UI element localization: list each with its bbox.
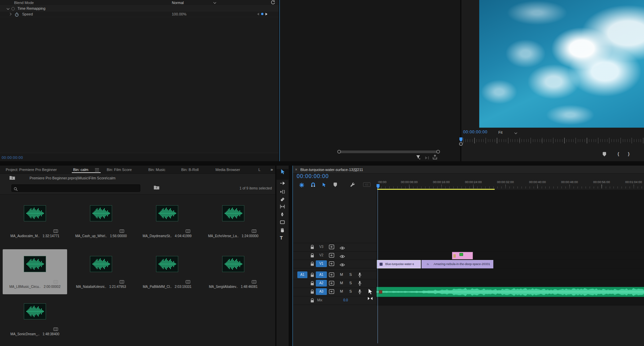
project-item[interactable]: MA_LBMusic_Circu..2:00:00002 bbox=[3, 249, 67, 294]
close-icon[interactable]: × bbox=[295, 167, 297, 172]
track-lock-icon[interactable] bbox=[310, 272, 314, 278]
zoom-level-select[interactable]: Fit bbox=[498, 130, 502, 134]
collapse-chevron-icon[interactable] bbox=[7, 7, 9, 10]
item-preview-badge[interactable] bbox=[119, 279, 124, 285]
previous-keyframe-icon[interactable] bbox=[257, 13, 259, 15]
linked-selection-icon[interactable] bbox=[322, 182, 327, 189]
item-preview-badge[interactable] bbox=[53, 228, 58, 234]
chevron-down-icon[interactable] bbox=[213, 1, 216, 4]
tab-bin-film-score[interactable]: Bin: Film Score bbox=[107, 168, 132, 172]
track-lock-icon[interactable] bbox=[310, 281, 314, 287]
sync-lock-icon[interactable] bbox=[329, 261, 334, 267]
sync-lock-icon[interactable] bbox=[329, 281, 334, 287]
program-scrubber-knob[interactable] bbox=[459, 142, 463, 146]
tab-overflow-chevron[interactable]: » bbox=[270, 167, 273, 172]
track-target-v2[interactable]: V2 bbox=[316, 252, 327, 259]
item-preview-badge[interactable] bbox=[186, 279, 190, 285]
item-preview-badge[interactable] bbox=[186, 228, 190, 234]
toggle-track-output-eye-icon[interactable] bbox=[340, 262, 345, 268]
graphic-clip[interactable] bbox=[452, 252, 473, 259]
audio-clip[interactable] bbox=[377, 287, 644, 297]
bin-up-folder-icon[interactable] bbox=[9, 175, 15, 181]
panel-menu-icon[interactable] bbox=[353, 168, 357, 171]
chevron-down-icon[interactable] bbox=[514, 131, 517, 134]
speed-value[interactable]: 100.00% bbox=[172, 12, 186, 16]
selection-tool[interactable] bbox=[277, 169, 289, 180]
project-item[interactable]: MA_Audiocalm_M..1:32:14771 bbox=[3, 199, 67, 244]
scrollbar-handle-right[interactable] bbox=[436, 150, 440, 154]
tab-media-browser[interactable]: Media Browser bbox=[215, 168, 240, 172]
sync-lock-icon[interactable] bbox=[329, 272, 334, 278]
sync-lock-icon[interactable] bbox=[329, 245, 334, 251]
track-target-v3[interactable]: V3 bbox=[316, 244, 327, 250]
project-item[interactable]: MA_PaBlikMM_Cl..2:03:19331 bbox=[135, 249, 199, 294]
track-lock-icon[interactable] bbox=[310, 261, 314, 267]
item-preview-badge[interactable] bbox=[119, 228, 124, 234]
mix-level-value[interactable]: 0.0 bbox=[343, 298, 348, 302]
source-patch-a1[interactable]: A1 bbox=[297, 271, 307, 278]
mute-track-button[interactable]: M bbox=[340, 272, 343, 276]
solo-track-button[interactable]: S bbox=[349, 281, 352, 285]
type-tool[interactable]: T bbox=[280, 235, 286, 242]
project-item[interactable]: MA_NataliaKolesni..1:21:47953 bbox=[69, 249, 133, 294]
voiceover-record-mic-icon[interactable] bbox=[358, 281, 361, 287]
sync-lock-icon[interactable] bbox=[329, 253, 334, 259]
track-target-v1[interactable]: V1 bbox=[316, 260, 327, 267]
toggle-track-output-eye-icon[interactable] bbox=[340, 254, 345, 260]
video-clip-amazing-nebula[interactable]: fx Amazing-nebula-in-the-deep-space-2033… bbox=[422, 260, 493, 268]
track-target-a2[interactable]: A2 bbox=[316, 280, 327, 287]
mute-track-button[interactable]: M bbox=[340, 289, 343, 293]
mark-out-icon[interactable]: } bbox=[628, 151, 630, 156]
ripple-edit-tool[interactable] bbox=[280, 189, 286, 196]
mute-track-button[interactable]: M bbox=[340, 281, 343, 285]
tab-bin-b-roll[interactable]: Bin: B-Roll bbox=[181, 168, 199, 172]
program-timecode[interactable]: 00:00:00:00 bbox=[463, 130, 488, 134]
new-bin-folder-icon[interactable] bbox=[154, 185, 159, 191]
snap-magnet-icon[interactable] bbox=[311, 182, 315, 188]
timeline-ruler[interactable]: :00:0000:00:08:0000:00:16:0000:00:24:000… bbox=[377, 180, 644, 184]
hand-tool[interactable] bbox=[280, 228, 286, 234]
solo-track-button[interactable]: S bbox=[349, 289, 352, 293]
track-lock-icon[interactable] bbox=[310, 289, 314, 295]
toggle-track-output-eye-icon[interactable] bbox=[340, 245, 345, 251]
item-preview-badge[interactable] bbox=[53, 326, 58, 332]
tab-project-premiere-pro-beginner[interactable]: Project: Premiere Pro Beginner bbox=[6, 168, 57, 172]
slip-tool[interactable] bbox=[280, 204, 286, 210]
play-only-audio-icon[interactable] bbox=[425, 155, 429, 161]
project-item[interactable]: MA_SonicDream_..1:48:38400 bbox=[3, 297, 67, 342]
tab-bin-calm[interactable]: Bin: calm bbox=[73, 168, 88, 172]
tab-bin-music[interactable]: Bin: Music bbox=[148, 168, 165, 172]
ec-timecode[interactable]: 00:00:00:00 bbox=[2, 156, 23, 160]
blend-mode-select[interactable]: Normal bbox=[172, 1, 184, 5]
track-lock-icon[interactable] bbox=[310, 298, 314, 304]
add-marker-icon[interactable] bbox=[333, 182, 337, 188]
add-marker-icon[interactable] bbox=[602, 152, 606, 158]
work-area-bar[interactable] bbox=[377, 189, 495, 190]
next-keyframe-icon[interactable] bbox=[265, 13, 267, 15]
track-lock-icon[interactable] bbox=[310, 253, 314, 259]
track-lock-icon[interactable] bbox=[310, 245, 314, 251]
item-preview-badge[interactable] bbox=[252, 228, 256, 234]
fx-toggle-icon[interactable] bbox=[11, 7, 15, 10]
voiceover-record-mic-icon[interactable] bbox=[358, 289, 361, 296]
rectangle-tool[interactable] bbox=[280, 220, 286, 226]
export-icon[interactable] bbox=[433, 155, 437, 161]
track-target-a3[interactable]: A3 bbox=[316, 288, 327, 295]
filter-properties-icon[interactable] bbox=[416, 155, 420, 161]
track-select-forward-tool[interactable] bbox=[280, 181, 286, 187]
add-keyframe-icon[interactable] bbox=[261, 13, 263, 15]
voiceover-record-mic-icon[interactable] bbox=[358, 272, 361, 279]
track-target-a1[interactable]: A1 bbox=[316, 271, 327, 278]
solo-track-button[interactable]: S bbox=[349, 272, 352, 276]
pen-tool[interactable] bbox=[280, 212, 286, 218]
project-item[interactable]: MA_EchoVerse_La..1:24:00000 bbox=[201, 199, 265, 244]
video-clip-blue-turquoise-water[interactable]: Blue-turquoise-water-s bbox=[377, 260, 421, 268]
stopwatch-icon[interactable] bbox=[15, 12, 19, 18]
timeline-timecode[interactable]: 00:00:00:00 bbox=[297, 173, 329, 179]
item-preview-badge[interactable] bbox=[53, 279, 58, 285]
expand-chevron-icon[interactable] bbox=[9, 13, 11, 15]
nest-sequences-icon[interactable] bbox=[299, 182, 304, 189]
scrollbar-handle-left[interactable] bbox=[337, 150, 341, 154]
tab-menu-icon[interactable] bbox=[95, 168, 99, 171]
tab-l[interactable]: L bbox=[258, 168, 260, 172]
